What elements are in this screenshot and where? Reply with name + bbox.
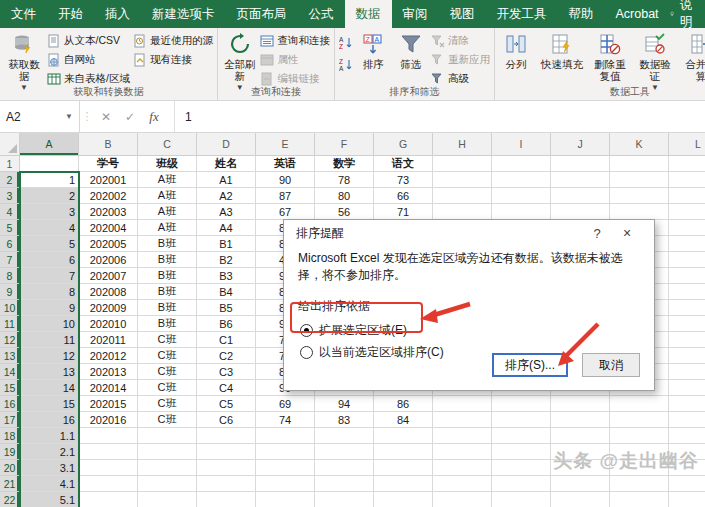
row-header-22[interactable]: 22: [0, 492, 20, 507]
cell-E22[interactable]: [256, 492, 315, 507]
cell-J2[interactable]: [551, 172, 610, 188]
cell-L12[interactable]: [669, 332, 705, 348]
cell-I20[interactable]: [492, 460, 551, 476]
queries-connections-button[interactable]: 查询和连接: [260, 33, 330, 49]
cell-L2[interactable]: [669, 172, 705, 188]
cell-E4[interactable]: 67: [256, 204, 315, 220]
tab-new-custom-tab[interactable]: 新建选项卡: [141, 0, 226, 28]
flash-fill-button[interactable]: 快速填充: [539, 31, 585, 87]
cell-C13[interactable]: C班: [138, 348, 197, 364]
column-header-E[interactable]: E: [256, 133, 315, 156]
cell-H2[interactable]: [433, 172, 492, 188]
cell-D16[interactable]: C5: [197, 396, 256, 412]
cell-K17[interactable]: [610, 412, 669, 428]
cell-A20[interactable]: 3.1: [20, 460, 79, 476]
refresh-all-button[interactable]: 全部刷新 ▼: [222, 31, 258, 87]
cell-L5[interactable]: [669, 220, 705, 236]
cell-B14[interactable]: 202013: [79, 364, 138, 380]
cell-I1[interactable]: [492, 156, 551, 172]
cell-H20[interactable]: [433, 460, 492, 476]
row-header-3[interactable]: 3: [0, 188, 20, 204]
consolidate-button[interactable]: 合并计算: [681, 31, 705, 87]
radio-button-icon[interactable]: [300, 324, 313, 337]
cell-B15[interactable]: 202014: [79, 380, 138, 396]
sort-ascending-button[interactable]: A Z: [339, 35, 353, 51]
tab-acrobat[interactable]: Acrobat: [605, 0, 670, 28]
cell-C3[interactable]: A班: [138, 188, 197, 204]
existing-connections-button[interactable]: 现有连接: [133, 52, 213, 68]
cell-C14[interactable]: C班: [138, 364, 197, 380]
column-header-L[interactable]: L: [669, 133, 705, 156]
cell-A7[interactable]: 6: [20, 252, 79, 268]
cell-C9[interactable]: B班: [138, 284, 197, 300]
cell-J1[interactable]: [551, 156, 610, 172]
cell-L18[interactable]: [669, 428, 705, 444]
cell-H4[interactable]: [433, 204, 492, 220]
cell-K1[interactable]: [610, 156, 669, 172]
cell-L1[interactable]: [669, 156, 705, 172]
get-data-button[interactable]: 获取数据 ▼: [4, 31, 44, 87]
cell-A9[interactable]: 8: [20, 284, 79, 300]
cell-L14[interactable]: [669, 364, 705, 380]
cell-B19[interactable]: [79, 444, 138, 460]
row-header-11[interactable]: 11: [0, 316, 20, 332]
cell-C22[interactable]: [138, 492, 197, 507]
cell-C15[interactable]: C班: [138, 380, 197, 396]
cell-F3[interactable]: 80: [315, 188, 374, 204]
cell-G21[interactable]: [374, 476, 433, 492]
cell-H16[interactable]: [433, 396, 492, 412]
cell-D2[interactable]: A1: [197, 172, 256, 188]
cell-B11[interactable]: 202010: [79, 316, 138, 332]
tell-me-search[interactable]: 操作说明搜索: [670, 0, 705, 28]
name-box-caret-icon[interactable]: ▼: [65, 112, 73, 121]
cell-C2[interactable]: A班: [138, 172, 197, 188]
row-header-19[interactable]: 19: [0, 444, 20, 460]
cell-D17[interactable]: C6: [197, 412, 256, 428]
cell-I22[interactable]: [492, 492, 551, 507]
cell-A18[interactable]: 1.1: [20, 428, 79, 444]
row-header-14[interactable]: 14: [0, 364, 20, 380]
cell-E3[interactable]: 87: [256, 188, 315, 204]
cell-B2[interactable]: 202001: [79, 172, 138, 188]
cell-B1[interactable]: 学号: [79, 156, 138, 172]
cell-C10[interactable]: B班: [138, 300, 197, 316]
data-validation-button[interactable]: 数据验证 ▼: [635, 31, 675, 87]
dialog-close-button[interactable]: ×: [612, 225, 642, 241]
tab-home[interactable]: 开始: [47, 0, 94, 28]
cell-D21[interactable]: [197, 476, 256, 492]
cell-L11[interactable]: [669, 316, 705, 332]
cell-C20[interactable]: [138, 460, 197, 476]
confirm-entry-icon[interactable]: ✓: [118, 110, 142, 124]
cell-D3[interactable]: A2: [197, 188, 256, 204]
row-header-4[interactable]: 4: [0, 204, 20, 220]
column-header-F[interactable]: F: [315, 133, 374, 156]
cell-C8[interactable]: B班: [138, 268, 197, 284]
cell-L21[interactable]: [669, 476, 705, 492]
cell-J3[interactable]: [551, 188, 610, 204]
cell-D11[interactable]: B6: [197, 316, 256, 332]
cell-K3[interactable]: [610, 188, 669, 204]
column-header-J[interactable]: J: [551, 133, 610, 156]
cell-A10[interactable]: 9: [20, 300, 79, 316]
cell-E20[interactable]: [256, 460, 315, 476]
column-header-K[interactable]: K: [610, 133, 669, 156]
column-header-H[interactable]: H: [433, 133, 492, 156]
tab-review[interactable]: 审阅: [392, 0, 439, 28]
cell-C18[interactable]: [138, 428, 197, 444]
cell-J17[interactable]: [551, 412, 610, 428]
cell-A16[interactable]: 15: [20, 396, 79, 412]
cell-L6[interactable]: [669, 236, 705, 252]
cell-D9[interactable]: B4: [197, 284, 256, 300]
cell-F18[interactable]: [315, 428, 374, 444]
cell-A14[interactable]: 13: [20, 364, 79, 380]
cell-C11[interactable]: B班: [138, 316, 197, 332]
recent-sources-button[interactable]: 最近使用的源: [133, 33, 213, 49]
row-header-18[interactable]: 18: [0, 428, 20, 444]
row-header-7[interactable]: 7: [0, 252, 20, 268]
cell-L4[interactable]: [669, 204, 705, 220]
cell-C19[interactable]: [138, 444, 197, 460]
row-header-15[interactable]: 15: [0, 380, 20, 396]
cell-F21[interactable]: [315, 476, 374, 492]
cell-B22[interactable]: [79, 492, 138, 507]
cell-A5[interactable]: 4: [20, 220, 79, 236]
